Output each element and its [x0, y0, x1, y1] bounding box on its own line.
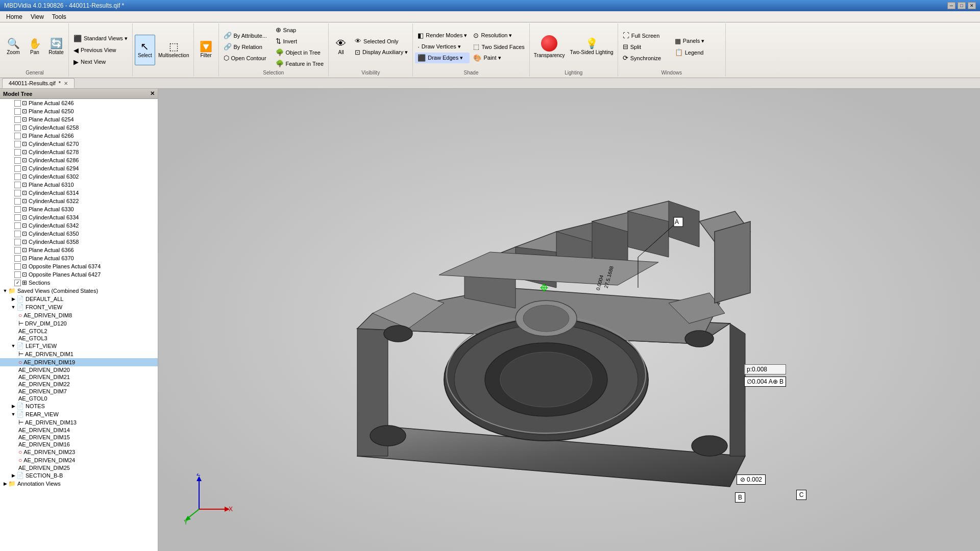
drv-dim-d120-item[interactable]: ⊢ DRV_DIM_D120: [0, 319, 158, 328]
all-button[interactable]: 👁 All: [331, 32, 351, 62]
list-item[interactable]: ⊡ Plane Actual 6310: [0, 181, 158, 189]
list-item[interactable]: ⊡ CylinderActual 6314: [0, 189, 158, 197]
model-tree-content[interactable]: ⊡ Plane Actual 6246 ⊡ Plane Actual 6250 …: [0, 99, 158, 551]
two-sided-lighting-button[interactable]: 💡 Two-Sided Lighting: [568, 32, 616, 62]
list-item[interactable]: ⊡ Plane Actual 6250: [0, 107, 158, 115]
notes-item[interactable]: ▶ 📄 NOTES: [0, 402, 158, 410]
by-relation-button[interactable]: 🔗 By Relation: [221, 41, 272, 52]
menu-tools[interactable]: Tools: [48, 12, 70, 21]
viewport[interactable]: A 27.5.1688 0.0004 p:0.008 ∅0.004 A⊕ B ⊘…: [158, 89, 980, 551]
list-item[interactable]: ⊡ CylinderActual 6342: [0, 221, 158, 230]
list-item[interactable]: ⊡ Plane Actual 6366: [0, 246, 158, 254]
draw-vertices-button[interactable]: · Draw Vertices ▾: [415, 41, 470, 52]
close-button[interactable]: ✕: [968, 2, 976, 9]
snap-icon: ⊕: [276, 26, 281, 34]
two-sided-faces-button[interactable]: ⬚ Two Sided Faces: [471, 41, 527, 52]
transparency-button[interactable]: Transparency: [532, 32, 567, 62]
ae-driven-dim19-item[interactable]: ○ AE_DRIVEN_DIM19: [0, 358, 158, 366]
ae-driven-dim20-item[interactable]: AE_DRIVEN_DIM20: [0, 366, 158, 373]
resolution-button[interactable]: ⊙ Resolution ▾: [471, 30, 527, 41]
saved-views-item[interactable]: ▼ 📁 Saved Views (Combined States): [0, 287, 158, 295]
toolbar-group-general: 🔍 Zoom ✋ Pan 🔄 Rotate General: [1, 23, 69, 77]
invert-button[interactable]: ⇅ Invert: [273, 36, 327, 46]
list-item[interactable]: ⊡ Plane Actual 6254: [0, 115, 158, 123]
dim-box-row: ∅0.004 A⊕ B: [744, 377, 786, 387]
front-view-item[interactable]: ▼ 📄 FRONT_VIEW: [0, 303, 158, 311]
filter-button[interactable]: 🔽 Filter: [196, 35, 216, 65]
ae-gtol2-item[interactable]: AE_GTOL2: [0, 328, 158, 335]
by-attribute-button[interactable]: 🔗 By Attribute...: [221, 30, 272, 41]
list-item[interactable]: ⊡ Plane Actual 6370: [0, 254, 158, 262]
selected-only-button[interactable]: 👁 Selected Only: [352, 36, 410, 46]
active-tab[interactable]: 440011-Results.qif * ✕: [2, 78, 75, 88]
paint-button[interactable]: 🎨 Paint ▾: [471, 53, 527, 63]
section-bb-item[interactable]: ▶ 📄 SECTION_B-B: [0, 471, 158, 480]
multiselection-button[interactable]: ⬚ Multiselection: [156, 35, 191, 65]
select-button[interactable]: ↖ Select: [135, 35, 155, 65]
ae-driven-dim1-item[interactable]: ⊢ AE_DRIVEN_DIM1: [0, 350, 158, 358]
ae-driven-dim21-item[interactable]: AE_DRIVEN_DIM21: [0, 373, 158, 381]
tab-close-button[interactable]: ✕: [64, 81, 68, 86]
list-item[interactable]: ⊡ CylinderActual 6302: [0, 172, 158, 181]
list-item[interactable]: ⊡ Plane Actual 6266: [0, 132, 158, 140]
list-item[interactable]: ⊡ CylinderActual 6270: [0, 140, 158, 148]
ae-driven-dim8-item[interactable]: ○ AE_DRIVEN_DIM8: [0, 311, 158, 319]
ae-driven-dim15-item[interactable]: AE_DRIVEN_DIM15: [0, 434, 158, 441]
ae-gtol3-item[interactable]: AE_GTOL3: [0, 335, 158, 342]
all-icon: 👁: [336, 38, 346, 48]
standard-views-button[interactable]: ⬛ Standard Views ▾: [71, 33, 130, 44]
annotation-views-item[interactable]: ▶ 📁 Annotation Views: [0, 480, 158, 488]
left-view-item[interactable]: ▼ 📄 LEFT_VIEW: [0, 342, 158, 350]
list-item[interactable]: ⊡ CylinderActual 6334: [0, 213, 158, 221]
display-auxiliary-button[interactable]: ⊡ Display Auxiliary ▾: [352, 47, 410, 58]
split-button[interactable]: ⊟ Split: [620, 41, 671, 52]
ae-driven-dim14-item[interactable]: AE_DRIVEN_DIM14: [0, 427, 158, 434]
default-all-item[interactable]: ▶ 📄 DEFAULT_ALL: [0, 295, 158, 303]
menu-view[interactable]: View: [27, 12, 48, 21]
legend-button[interactable]: 📋 Legend: [672, 47, 723, 58]
ae-driven-dim22-item[interactable]: AE_DRIVEN_DIM22: [0, 381, 158, 388]
list-item[interactable]: ⊡ CylinderActual 6322: [0, 197, 158, 205]
ae-driven-dim24-item[interactable]: ○ AE_DRIVEN_DIM24: [0, 456, 158, 464]
list-item[interactable]: ⊡ CylinderActual 6286: [0, 156, 158, 164]
previous-view-button[interactable]: ◀ Previous View: [71, 45, 122, 56]
list-item[interactable]: ⊡ CylinderActual 6358: [0, 238, 158, 246]
feature-in-tree-button[interactable]: 🌳 Feature in Tree: [273, 58, 327, 69]
minimize-button[interactable]: ─: [947, 2, 955, 9]
ae-driven-dim23-item[interactable]: ○ AE_DRIVEN_DIM23: [0, 448, 158, 456]
ae-driven-dim25-item[interactable]: AE_DRIVEN_DIM25: [0, 464, 158, 471]
ae-driven-dim16-item[interactable]: AE_DRIVEN_DIM16: [0, 441, 158, 448]
list-item[interactable]: ⊡ Opposite Planes Actual 6374: [0, 262, 158, 270]
list-item[interactable]: ⊡ CylinderActual 6258: [0, 123, 158, 132]
list-item[interactable]: ⊡ CylinderActual 6350: [0, 230, 158, 238]
snap-button[interactable]: ⊕ Snap: [273, 24, 327, 35]
list-item[interactable]: ⊡ CylinderActual 6278: [0, 148, 158, 156]
open-contour-button[interactable]: ⬡ Open Contour: [221, 53, 272, 63]
rear-view-item[interactable]: ▼ 📄 REAR_VIEW: [0, 410, 158, 418]
restore-button[interactable]: □: [958, 2, 966, 9]
sections-item[interactable]: ✓ ⊞ Sections: [0, 279, 158, 287]
model-tree-close-button[interactable]: ✕: [150, 90, 155, 97]
menu-home[interactable]: Home: [2, 12, 27, 21]
list-item[interactable]: ⊡ Opposite Planes Actual 6427: [0, 270, 158, 279]
rotate-button[interactable]: 🔄 Rotate: [46, 32, 66, 62]
next-view-button[interactable]: ▶ Next View: [71, 57, 122, 67]
leader-svg: A 27.5.1688 0.0004: [592, 216, 694, 293]
render-modes-button[interactable]: ◧ Render Modes ▾: [415, 30, 470, 41]
selection-tools: 🔗 By Attribute... 🔗 By Relation ⬡ Open C…: [221, 24, 327, 69]
object-in-tree-button[interactable]: 🌳 Object in Tree: [273, 47, 327, 58]
pan-button[interactable]: ✋ Pan: [24, 32, 45, 62]
filter-icon: 🔽: [200, 41, 212, 52]
ae-driven-dim7-item[interactable]: AE_DRIVEN_DIM7: [0, 388, 158, 395]
list-item[interactable]: ⊡ CylinderActual 6294: [0, 164, 158, 172]
zoom-button[interactable]: 🔍 Zoom: [3, 32, 23, 62]
list-item[interactable]: ⊡ Plane Actual 6330: [0, 205, 158, 213]
ae-gtol0-item[interactable]: AE_GTOL0: [0, 395, 158, 402]
full-screen-button[interactable]: ⛶ Full Screen: [620, 30, 671, 41]
draw-edges-button[interactable]: ⬛ Draw Edges ▾: [415, 53, 470, 63]
panels-button[interactable]: ▦ Panels ▾: [672, 36, 723, 46]
paint-label: Paint ▾: [483, 55, 501, 61]
ae-driven-dim13-item[interactable]: ⊢ AE_DRIVEN_DIM13: [0, 418, 158, 427]
synchronize-button[interactable]: ⟳ Synchronize: [620, 53, 671, 63]
list-item[interactable]: ⊡ Plane Actual 6246: [0, 99, 158, 107]
